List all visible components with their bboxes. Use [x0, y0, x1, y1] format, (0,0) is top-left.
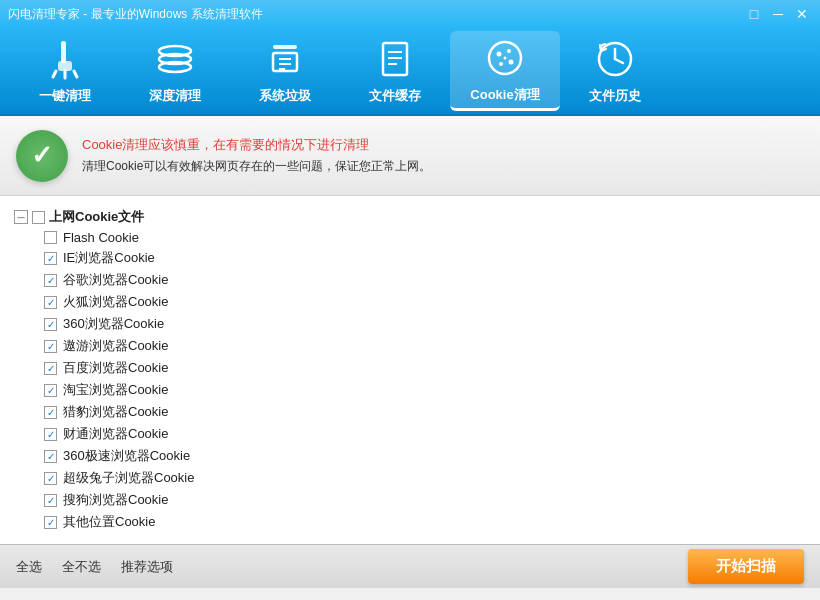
- label-sougou: 搜狗浏览器Cookie: [63, 491, 168, 509]
- tree-item-360browser[interactable]: 360浏览器Cookie: [44, 313, 806, 335]
- checkbox-chrome[interactable]: [44, 274, 57, 287]
- svg-point-18: [497, 51, 502, 56]
- label-liehu: 猎豹浏览器Cookie: [63, 403, 168, 421]
- desc-text: 清理Cookie可以有效解决网页存在的一些问题，保证您正常上网。: [82, 158, 804, 175]
- bottom-bar: 全选 全不选 推荐选项 开始扫描: [0, 544, 820, 588]
- svg-point-22: [504, 56, 507, 59]
- tree-item-360speed[interactable]: 360极速浏览器Cookie: [44, 445, 806, 467]
- checkbox-other[interactable]: [44, 516, 57, 529]
- cookie-icon: [483, 36, 527, 80]
- tree-item-baidu[interactable]: 百度浏览器Cookie: [44, 357, 806, 379]
- tree-item-chrome[interactable]: 谷歌浏览器Cookie: [44, 269, 806, 291]
- nav-label-cache: 文件缓存: [369, 87, 421, 105]
- tree-item-caitong[interactable]: 财通浏览器Cookie: [44, 423, 806, 445]
- label-caitong: 财通浏览器Cookie: [63, 425, 168, 443]
- check-icon: [16, 130, 68, 182]
- svg-line-2: [53, 71, 56, 77]
- tree-parent-label: 上网Cookie文件: [49, 208, 144, 226]
- title-bar: 闪电清理专家 - 最专业的Windows 系统清理软件 □ ─ ✕: [0, 0, 820, 28]
- label-ie: IE浏览器Cookie: [63, 249, 155, 267]
- tree-item-taobao[interactable]: 淘宝浏览器Cookie: [44, 379, 806, 401]
- tree-item-rabbit[interactable]: 超级兔子浏览器Cookie: [44, 467, 806, 489]
- content-area: ─ 上网Cookie文件 Flash CookieIE浏览器Cookie谷歌浏览…: [0, 196, 820, 544]
- nav-item-history[interactable]: 文件历史: [560, 31, 670, 111]
- label-rabbit: 超级兔子浏览器Cookie: [63, 469, 194, 487]
- label-360browser: 360浏览器Cookie: [63, 315, 164, 333]
- info-banner: Cookie清理应该慎重，在有需要的情况下进行清理 清理Cookie可以有效解决…: [0, 116, 820, 196]
- tree-item-liehu[interactable]: 猎豹浏览器Cookie: [44, 401, 806, 423]
- nav-item-deep[interactable]: 深度清理: [120, 31, 230, 111]
- checkbox-baidu[interactable]: [44, 362, 57, 375]
- layers-icon: [153, 37, 197, 81]
- recommended-link[interactable]: 推荐选项: [121, 558, 173, 576]
- checkbox-rabbit[interactable]: [44, 472, 57, 485]
- title-text: 闪电清理专家 - 最专业的Windows 系统清理软件: [8, 6, 744, 23]
- tree-item-sougou[interactable]: 搜狗浏览器Cookie: [44, 489, 806, 511]
- tree-item-firefox[interactable]: 火狐浏览器Cookie: [44, 291, 806, 313]
- svg-rect-8: [273, 45, 297, 49]
- warning-text: Cookie清理应该慎重，在有需要的情况下进行清理: [82, 136, 804, 154]
- label-flash: Flash Cookie: [63, 230, 139, 245]
- tree-root: ─ 上网Cookie文件 Flash CookieIE浏览器Cookie谷歌浏览…: [14, 206, 806, 533]
- svg-point-21: [499, 62, 503, 66]
- label-other: 其他位置Cookie: [63, 513, 155, 531]
- nav-item-trash[interactable]: 系统垃圾: [230, 31, 340, 111]
- nav-item-onekey[interactable]: 一键清理: [10, 31, 120, 111]
- tree-item-other[interactable]: 其他位置Cookie: [44, 511, 806, 533]
- clock-icon: [593, 37, 637, 81]
- nav-item-cookie[interactable]: Cookie清理: [450, 31, 560, 111]
- parent-checkbox[interactable]: [32, 211, 45, 224]
- broom-icon: [43, 37, 87, 81]
- checkbox-firefox[interactable]: [44, 296, 57, 309]
- label-firefox: 火狐浏览器Cookie: [63, 293, 168, 311]
- svg-line-4: [74, 71, 77, 77]
- info-text-block: Cookie清理应该慎重，在有需要的情况下进行清理 清理Cookie可以有效解决…: [82, 136, 804, 175]
- svg-rect-0: [61, 41, 66, 63]
- select-none-link[interactable]: 全不选: [62, 558, 101, 576]
- tree-expand-icon[interactable]: ─: [14, 210, 28, 224]
- select-all-link[interactable]: 全选: [16, 558, 42, 576]
- nav-label-cookie: Cookie清理: [470, 86, 539, 104]
- nav-item-cache[interactable]: 文件缓存: [340, 31, 450, 111]
- svg-line-25: [615, 59, 623, 63]
- nav-bar: 一键清理 深度清理 系统垃圾 文件缓存: [0, 28, 820, 116]
- label-taobao: 淘宝浏览器Cookie: [63, 381, 168, 399]
- checkbox-360browser[interactable]: [44, 318, 57, 331]
- tree-item-aoyou[interactable]: 遨游浏览器Cookie: [44, 335, 806, 357]
- close-button[interactable]: ✕: [792, 6, 812, 22]
- gear-icon: [263, 37, 307, 81]
- checkbox-caitong[interactable]: [44, 428, 57, 441]
- nav-label-deep: 深度清理: [149, 87, 201, 105]
- nav-label-trash: 系统垃圾: [259, 87, 311, 105]
- label-360speed: 360极速浏览器Cookie: [63, 447, 190, 465]
- checkbox-360speed[interactable]: [44, 450, 57, 463]
- doc-icon: [373, 37, 417, 81]
- checkbox-taobao[interactable]: [44, 384, 57, 397]
- label-baidu: 百度浏览器Cookie: [63, 359, 168, 377]
- checkbox-aoyou[interactable]: [44, 340, 57, 353]
- checkbox-flash[interactable]: [44, 231, 57, 244]
- minimize-button[interactable]: ─: [768, 6, 788, 22]
- window-controls: □ ─ ✕: [744, 6, 812, 22]
- tree-item-ie[interactable]: IE浏览器Cookie: [44, 247, 806, 269]
- checkbox-sougou[interactable]: [44, 494, 57, 507]
- nav-label-onekey: 一键清理: [39, 87, 91, 105]
- label-aoyou: 遨游浏览器Cookie: [63, 337, 168, 355]
- maximize-button[interactable]: □: [744, 6, 764, 22]
- tree-item-flash[interactable]: Flash Cookie: [44, 228, 806, 247]
- tree-children: Flash CookieIE浏览器Cookie谷歌浏览器Cookie火狐浏览器C…: [44, 228, 806, 533]
- nav-label-history: 文件历史: [589, 87, 641, 105]
- label-chrome: 谷歌浏览器Cookie: [63, 271, 168, 289]
- tree-parent-node[interactable]: ─ 上网Cookie文件: [14, 206, 806, 228]
- svg-point-19: [507, 49, 511, 53]
- svg-point-20: [509, 59, 514, 64]
- scan-button[interactable]: 开始扫描: [688, 549, 804, 584]
- checkbox-ie[interactable]: [44, 252, 57, 265]
- checkbox-liehu[interactable]: [44, 406, 57, 419]
